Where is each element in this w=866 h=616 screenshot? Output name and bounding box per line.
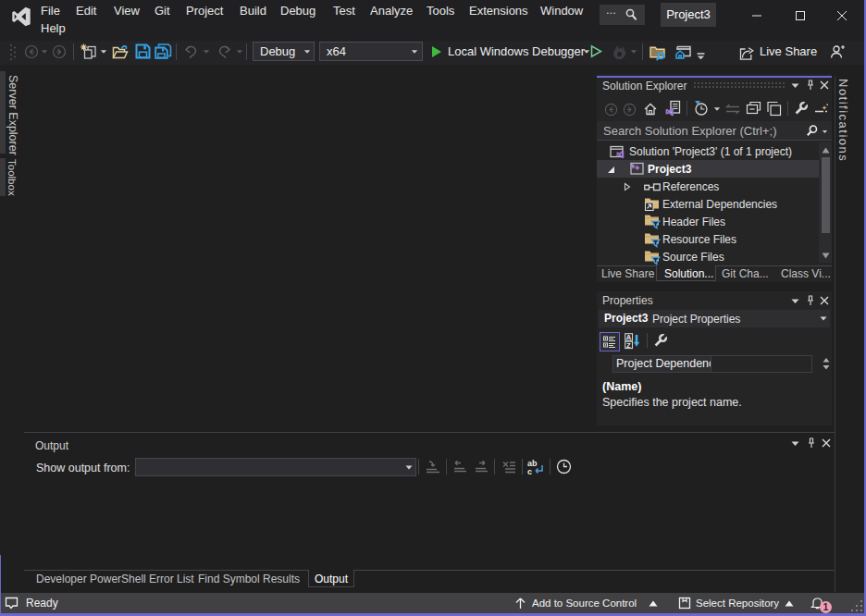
svg-text:Z: Z (626, 341, 631, 350)
svg-text:c: c (527, 467, 532, 475)
